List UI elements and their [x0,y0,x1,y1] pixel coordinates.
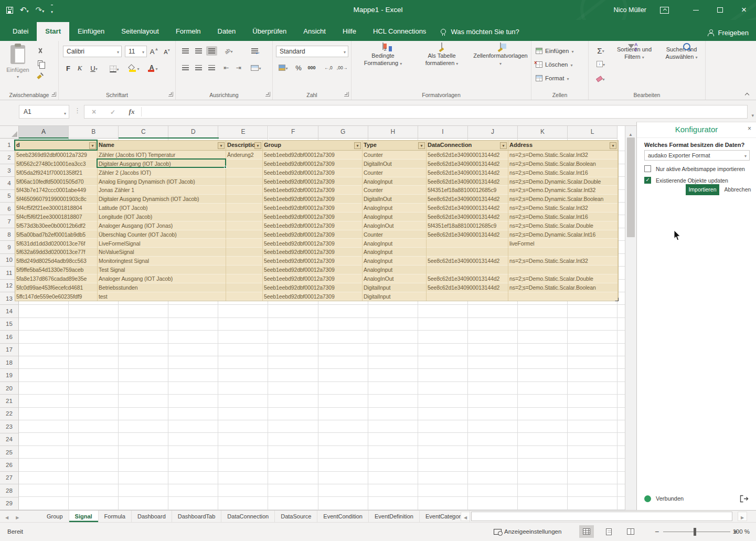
zoom-slider-track[interactable] [663,532,730,532]
table-cell[interactable]: 5eeb1eebd92dbf00012a7309 [263,239,363,248]
orientation-button[interactable] [221,45,237,57]
horizontal-scroll-thumb[interactable] [471,512,732,521]
table-cell[interactable]: 5f632a69dd3d0200013ce77f [15,248,98,257]
row-header-18[interactable]: 18 [0,356,19,369]
row-header-22[interactable]: 22 [0,408,19,420]
font-color-button[interactable]: A [145,62,161,74]
table-cell[interactable]: ns=2;s=Demo.Static.Scalar.Int32 [508,204,618,213]
table-cell[interactable]: Betriebsstunden [98,283,226,292]
sheet-tab-group[interactable]: Group [41,511,69,522]
table-cell[interactable]: 5eeb1eebd92dbf00012a7309 [263,266,363,274]
page-break-view-button[interactable] [623,525,638,538]
column-header-K[interactable]: K [518,126,568,139]
table-cell[interactable]: Counter [363,230,427,239]
table-cell[interactable]: ns=2;s=Demo.Static.Scalar.Boolean [508,283,618,292]
ribbon-tab-daten[interactable]: Daten [209,22,244,41]
table-cell[interactable]: 5f4cf5f6f21ee30001818807 [15,213,98,221]
table-cell[interactable]: ns=2;s=Demo.Static.Scalar.Boolean [508,160,618,168]
zoom-level-label[interactable]: 100 % [732,523,750,540]
table-cell[interactable]: DigitalInput [363,292,427,301]
scroll-left-button[interactable] [461,512,470,521]
maximize-button[interactable] [708,0,732,20]
table-cell[interactable]: Analoger Ausgang (IOT Jacob) [98,274,226,283]
table-cell[interactable]: 5ee8c62d1e340900013144d2 [427,213,508,221]
column-header-B[interactable]: B [69,126,119,139]
table-cell[interactable]: 5eeb1eebd92dbf00012a7309 [263,177,363,186]
table-cell[interactable]: 5eeb1eebd92dbf00012a7309 [263,221,363,230]
table-cell[interactable]: 5eeb1eebd92dbf00012a7309 [263,283,363,292]
table-cell[interactable]: 5fc0d99ae453f6ecefcd4681 [15,283,98,292]
zoom-out-button[interactable]: − [655,523,659,540]
row-header-25[interactable]: 25 [0,446,19,459]
scroll-up-icon[interactable] [629,129,633,138]
shrink-font-button[interactable]: A [162,47,172,57]
ribbon-tab-hcl-connections[interactable]: HCL Connections [365,22,434,41]
row-header-14[interactable]: 14 [0,305,19,317]
table-cell[interactable] [226,283,263,292]
table-cell[interactable]: DigitalInOut [363,160,427,168]
increase-decimal-button[interactable]: ←,0 [322,62,335,73]
table-cell[interactable] [226,266,263,274]
column-header-G[interactable]: G [318,126,368,139]
table-cell[interactable]: Digitaler Ausgang Dynamisch (IOT Jacob) [98,195,226,204]
active-workbook-checkbox-row[interactable]: Nur aktive Arbeitsmappe importieren [644,165,745,172]
table-cell[interactable]: AnalogInput [363,239,427,248]
cancel-entry-button[interactable] [84,107,103,116]
display-settings-button[interactable]: Anzeigeeinstellungen [494,523,561,540]
tell-me-box[interactable]: Was möchten Sie tun? [441,22,519,41]
table-cell[interactable]: ns=2;s=Demo.Dynamic.Scalar.Boolean [508,195,618,204]
table-cell[interactable]: Zähler 2 (Jacobs IOT) [98,168,226,177]
filter-button[interactable]: ▾ [418,142,425,149]
accounting-format-button[interactable] [276,62,291,73]
column-header-A[interactable]: A [19,126,69,139]
column-header-C[interactable]: C [119,126,168,139]
format-select[interactable]: audako Exporter Format [644,150,750,161]
conditional-formatting-button[interactable]: Bedingte Formatierung [355,43,411,96]
insert-cells-button[interactable]: Einfügen [536,45,573,57]
table-cell[interactable] [226,204,263,213]
ribbon-tab-start[interactable]: Start [37,22,69,41]
sort-filter-button[interactable]: Sortieren und Filtern [612,43,657,96]
filter-button[interactable]: ▾ [254,142,261,149]
table-cell[interactable] [226,177,263,186]
table-cell[interactable]: 5f05da2f9241f70001358f21 [15,168,98,177]
table-cell[interactable]: Änderung2 [226,151,263,160]
table-cell[interactable]: 5eeb1eebd92dbf00012a7309 [263,274,363,283]
table-cell[interactable]: DigitalInput [363,283,427,292]
table-cell[interactable] [226,213,263,221]
table-cell[interactable] [508,266,618,274]
table-cell[interactable] [427,292,508,301]
column-header-H[interactable]: H [368,126,418,139]
table-cell[interactable]: Digitaler Ausgang (IOT Jacob) [98,160,226,168]
table-cell[interactable] [427,239,508,248]
row-header-27[interactable]: 27 [0,472,19,484]
column-header-E[interactable]: E [218,126,268,139]
table-cell[interactable]: Überschlag Counter (IOT Jacob) [98,230,226,239]
table-cell[interactable]: 5f06ac10fedfd50001505d70 [15,177,98,186]
table-cell[interactable]: 5eeb1eebd92dbf00012a7309 [263,151,363,160]
row-header-15[interactable]: 15 [0,318,19,331]
format-cells-button[interactable]: Format [536,72,569,84]
table-cell[interactable] [427,248,508,257]
sheet-tab-dataconnection[interactable]: DataConnection [221,511,275,522]
table-cell[interactable]: Jonas Zähler 1 [98,186,226,195]
name-box[interactable]: A1 [19,105,69,119]
decrease-decimal-button[interactable]: ,00→ [336,62,348,73]
minimize-button[interactable] [684,0,708,20]
previous-sheet-icon[interactable] [5,512,8,521]
next-sheet-icon[interactable] [16,512,19,521]
align-top-button[interactable] [180,46,191,56]
import-button[interactable]: Importieren [686,184,719,195]
filter-button[interactable]: ▾ [218,142,225,149]
dialog-launcher-icon[interactable] [51,92,56,97]
table-cell[interactable]: test [98,292,226,301]
table-cell[interactable]: 5eeb1eebd92dbf00012a7309 [263,160,363,168]
cell-styles-button[interactable]: Zellenformatvorlagen [471,43,530,96]
ribbon-tab-ansicht[interactable]: Ansicht [295,22,334,41]
row-header-19[interactable]: 19 [0,369,19,381]
table-cell[interactable]: AnalogInput [363,213,427,221]
wrap-text-button[interactable] [248,45,261,57]
table-cell[interactable]: 5eeb1eebd92dbf00012a7309 [263,230,363,239]
clear-button[interactable] [593,73,609,84]
table-cell[interactable]: ns=2;s=Demo.Static.Scalar.Int32 [508,257,618,266]
